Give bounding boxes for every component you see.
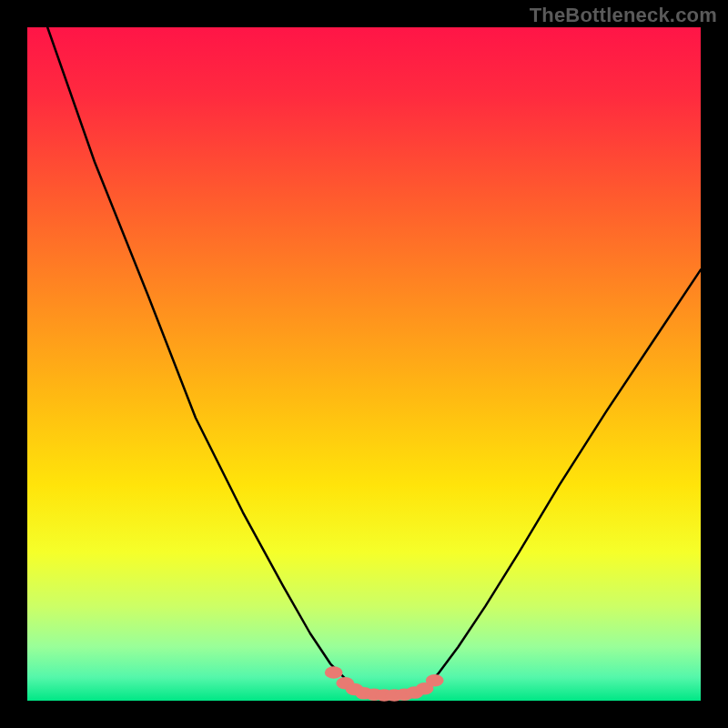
bottleneck-chart bbox=[0, 0, 728, 728]
